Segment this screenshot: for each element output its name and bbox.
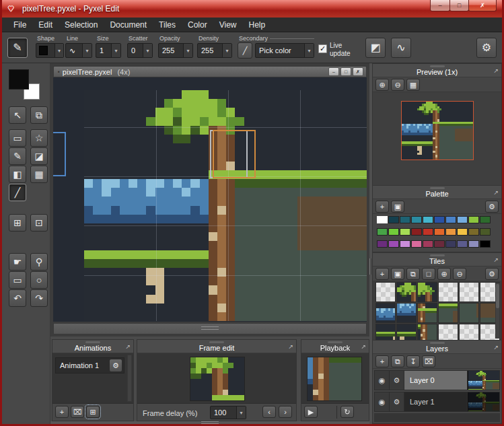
move-tool-button[interactable]: ↖ [9, 106, 26, 124]
drag-handle[interactable] [85, 341, 100, 343]
palette-color-10[interactable] [480, 216, 491, 223]
palette-color-5[interactable] [423, 216, 433, 223]
menu-item-file[interactable]: File [7, 17, 32, 32]
pixel-canvas[interactable] [84, 90, 367, 321]
magic-wand-tool-button[interactable]: ☆ [30, 129, 48, 147]
tiles-zoom-out-button[interactable]: ⊖ [453, 268, 466, 280]
palette-color-27[interactable] [445, 240, 456, 248]
tiles-add-button[interactable]: + [375, 268, 389, 280]
layers-add-button[interactable]: + [375, 355, 389, 367]
animations-panel-header[interactable]: Animations ↗ [52, 340, 133, 353]
bottom-splitter[interactable] [50, 421, 369, 424]
palette-color-22[interactable] [388, 240, 399, 248]
tiles-scrollbar[interactable] [495, 283, 500, 339]
drag-handle[interactable] [430, 342, 445, 344]
animation-settings-button[interactable]: ⚙ [109, 359, 122, 372]
palette-color-29[interactable] [468, 240, 479, 248]
play-button[interactable]: ▶ [304, 406, 318, 418]
palette-color-17[interactable] [445, 228, 456, 236]
menu-item-help[interactable]: Help [242, 17, 271, 32]
palette-panel-header[interactable]: Palette ↗ [373, 186, 501, 199]
palette-color-19[interactable] [468, 228, 479, 236]
layers-duplicate-button[interactable]: ⧉ [391, 355, 404, 367]
palette-color-23[interactable] [400, 240, 410, 248]
tile-8[interactable] [417, 303, 437, 323]
line-dropdown[interactable]: ∿ ▾ [65, 43, 92, 58]
drag-handle[interactable] [328, 341, 343, 343]
menu-item-tiles[interactable]: Tiles [153, 17, 182, 32]
tile-3[interactable] [438, 282, 458, 302]
secondary-mode-dropdown[interactable]: Pick color ▾ [255, 43, 314, 58]
palette-color-14[interactable] [411, 228, 422, 236]
palette-fill-button[interactable]: ▣ [391, 201, 404, 213]
doc-minimize-button[interactable]: – [328, 67, 339, 76]
palette-color-0[interactable] [377, 216, 388, 223]
canvas-bottom-splitter[interactable] [53, 323, 367, 334]
popout-icon[interactable]: ↗ [493, 344, 499, 351]
tiles-fill-button[interactable]: ▣ [391, 268, 404, 280]
palette-color-3[interactable] [400, 216, 410, 223]
tiles-settings-button[interactable]: ⚙ [485, 268, 499, 280]
hand-tool-button[interactable]: ☛ [9, 253, 26, 271]
menu-item-color[interactable]: Color [182, 17, 213, 32]
tile-10[interactable] [459, 303, 479, 323]
rect-shape-tool-button[interactable]: ▭ [9, 271, 26, 289]
popout-icon[interactable]: ↗ [125, 343, 131, 350]
palette-color-12[interactable] [388, 228, 399, 236]
pencil-tool-button[interactable]: ✎ [9, 147, 26, 165]
previous-frame-button[interactable]: ‹ [262, 406, 276, 418]
drag-handle[interactable] [430, 187, 445, 189]
layer-visibility-toggle[interactable]: ◉ [375, 392, 390, 411]
tile-mask-button[interactable]: ◩ [365, 38, 386, 58]
size-dropdown[interactable]: 1 ▾ [96, 43, 121, 58]
maximize-button[interactable]: □ [449, 0, 469, 11]
preview-zoom-out-button[interactable]: ⊖ [391, 79, 404, 91]
canvas-viewport[interactable] [53, 77, 367, 322]
palette-color-9[interactable] [468, 216, 479, 223]
tiles-clear-button[interactable]: □ [422, 268, 435, 280]
animation-add-button[interactable]: + [55, 406, 69, 418]
palette-color-4[interactable] [411, 216, 422, 223]
frame-edit-canvas-area[interactable] [137, 353, 296, 403]
animations-scrollbar[interactable] [127, 355, 132, 402]
ellipse-shape-tool-button[interactable]: ○ [30, 271, 48, 289]
live-update-checkbox[interactable]: ✓ [318, 44, 327, 53]
palette-color-13[interactable] [400, 228, 410, 236]
primary-color-swatch[interactable] [9, 69, 29, 90]
scatter-dropdown[interactable]: 0 ▾ [127, 43, 153, 58]
palette-color-25[interactable] [423, 240, 433, 248]
layers-delete-button[interactable]: ⌧ [422, 355, 435, 367]
palette-color-11[interactable] [377, 228, 388, 236]
preview-background-toggle[interactable]: ▦ [406, 79, 420, 91]
layer-row-1[interactable]: ◉ ⚙ Layer 1 [374, 392, 500, 412]
layer-settings-button[interactable]: ⚙ [390, 392, 404, 411]
palette-color-20[interactable] [480, 228, 491, 236]
doc-close-button[interactable]: ✗ [353, 67, 363, 76]
pattern-tool-button[interactable]: ▦ [30, 166, 48, 183]
palette-color-26[interactable] [434, 240, 445, 248]
tile-2[interactable] [417, 282, 437, 302]
opacity-dropdown[interactable]: 255 ▾ [158, 43, 193, 58]
drag-handle[interactable] [430, 65, 445, 67]
minimize-button[interactable]: – [430, 0, 450, 11]
palette-color-30[interactable] [480, 240, 491, 248]
tile-6[interactable] [375, 303, 396, 323]
tile-1[interactable] [396, 282, 417, 302]
fill-tool-button[interactable]: ◧ [9, 166, 26, 183]
tile-4[interactable] [459, 282, 479, 302]
next-frame-button[interactable]: › [279, 406, 292, 418]
drag-handle[interactable] [430, 254, 445, 256]
tiles-zoom-in-button[interactable]: ⊕ [437, 268, 451, 280]
palette-color-28[interactable] [457, 240, 468, 248]
menu-item-selection[interactable]: Selection [59, 17, 104, 32]
palette-add-color-button[interactable]: + [375, 201, 389, 213]
popout-icon[interactable]: ↗ [493, 67, 499, 74]
drag-handle[interactable] [209, 341, 224, 343]
popout-icon[interactable]: ↗ [361, 343, 366, 350]
palette-settings-button[interactable]: ⚙ [485, 201, 499, 213]
tile-settings-button[interactable]: ⊡ [30, 214, 48, 232]
loop-button[interactable]: ↻ [340, 406, 354, 418]
undo-button[interactable]: ↶ [9, 289, 26, 307]
close-button[interactable]: ✗ [468, 0, 497, 11]
tile-7[interactable] [396, 303, 417, 323]
